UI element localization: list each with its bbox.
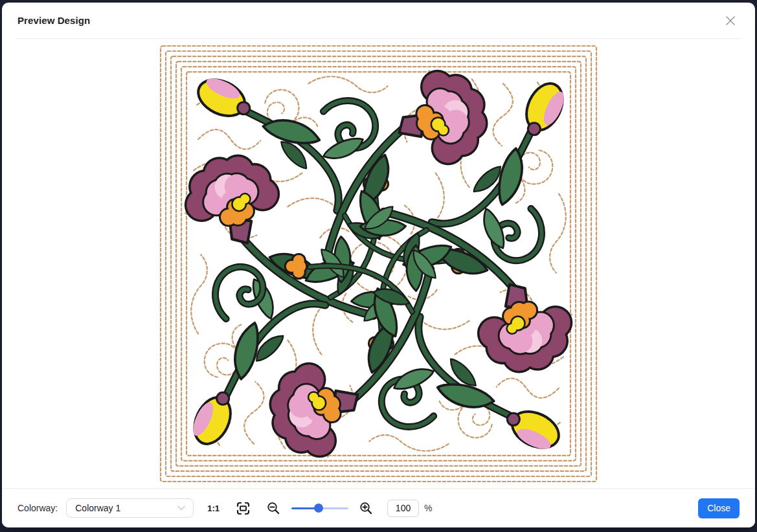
embroidery-design-canvas [158, 43, 599, 484]
zoom-slider-thumb[interactable] [314, 504, 323, 513]
dialog-toolbar: Colorway: Colorway 1 1:1 [2, 488, 755, 527]
zoom-percent-input[interactable] [387, 500, 419, 517]
fit-to-screen-icon [236, 501, 251, 516]
dialog-title: Preview Design [17, 15, 90, 26]
zoom-out-button[interactable] [267, 502, 280, 515]
colorway-selected-value: Colorway 1 [75, 503, 120, 513]
percent-sign: % [424, 503, 432, 513]
colorway-label: Colorway: [17, 503, 58, 513]
zoom-in-button[interactable] [359, 502, 373, 515]
close-button[interactable]: Close [698, 498, 740, 518]
dialog-header: Preview Design [17, 3, 740, 39]
zoom-out-icon [267, 502, 280, 515]
zoom-in-icon [359, 502, 373, 515]
zoom-slider[interactable] [291, 504, 348, 513]
actual-size-button[interactable]: 1:1 [207, 504, 220, 513]
colorway-dropdown[interactable]: Colorway 1 [66, 498, 194, 518]
preview-area [2, 39, 755, 488]
dialog-close-button[interactable] [721, 12, 740, 30]
preview-design-dialog: Preview Design [2, 3, 755, 527]
x-icon [725, 16, 736, 26]
chevron-down-icon [177, 505, 185, 511]
fit-to-screen-button[interactable] [236, 501, 251, 516]
